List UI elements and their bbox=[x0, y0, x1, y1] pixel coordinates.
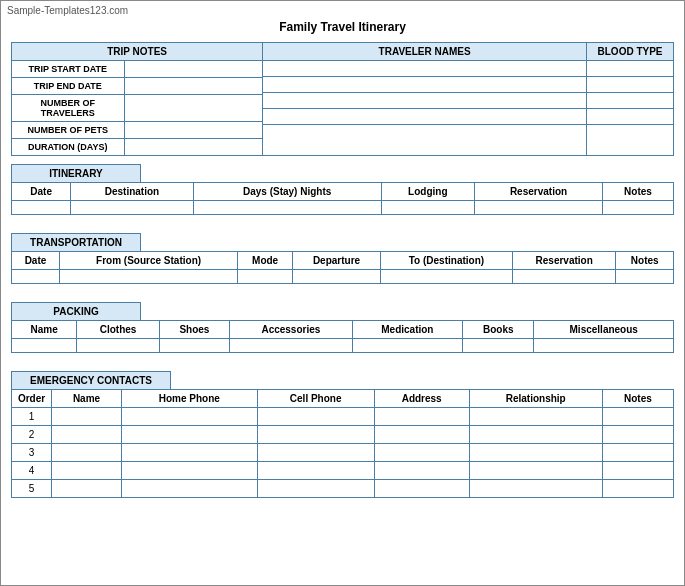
blood-row-4 bbox=[587, 109, 673, 125]
ec-col-cell: Cell Phone bbox=[257, 390, 374, 408]
packing-section: PACKING Name Clothes Shoes Accessories M… bbox=[11, 302, 674, 353]
pack-cell bbox=[159, 339, 229, 353]
trans-cell bbox=[380, 270, 512, 284]
trans-cell bbox=[616, 270, 674, 284]
trans-col-departure: Departure bbox=[293, 252, 381, 270]
traveler-row-5 bbox=[263, 125, 586, 141]
num-travelers-label: NUMBER OF TRAVELERS bbox=[12, 95, 125, 121]
ec-row: 2 bbox=[12, 426, 674, 444]
packing-table: Name Clothes Shoes Accessories Medicatio… bbox=[11, 320, 674, 353]
trans-cell bbox=[12, 270, 60, 284]
ec-cell bbox=[122, 444, 258, 462]
trip-end-label: TRIP END DATE bbox=[12, 78, 125, 94]
ec-cell bbox=[469, 444, 602, 462]
ec-order-cell: 3 bbox=[12, 444, 52, 462]
blood-row-3 bbox=[587, 93, 673, 109]
transportation-section: TRANSPORTATION Date From (Source Station… bbox=[11, 233, 674, 284]
pack-col-accessories: Accessories bbox=[230, 321, 353, 339]
traveler-row-2 bbox=[263, 77, 586, 93]
ec-row: 1 bbox=[12, 408, 674, 426]
itinerary-col-reservation: Reservation bbox=[475, 183, 603, 201]
trans-col-from: From (Source Station) bbox=[59, 252, 237, 270]
trip-info-section: TRIP NOTES TRIP START DATE TRIP END DATE… bbox=[11, 42, 674, 156]
trip-start-value bbox=[125, 61, 263, 77]
ec-cell bbox=[469, 462, 602, 480]
ec-row: 4 bbox=[12, 462, 674, 480]
ec-col-home-phone: Home Phone bbox=[122, 390, 258, 408]
trans-cell bbox=[293, 270, 381, 284]
page-title: Family Travel Itinerary bbox=[11, 20, 674, 34]
ec-cell bbox=[52, 408, 122, 426]
ec-cell bbox=[257, 408, 374, 426]
ec-cell bbox=[52, 462, 122, 480]
blood-type-section: BLOOD TYPE bbox=[587, 43, 673, 155]
pack-col-clothes: Clothes bbox=[77, 321, 159, 339]
pack-col-books: Books bbox=[463, 321, 534, 339]
itinerary-col-date: Date bbox=[12, 183, 71, 201]
ec-cell bbox=[602, 444, 673, 462]
ec-cell bbox=[122, 462, 258, 480]
traveler-section: TRAVELER NAMES bbox=[263, 43, 587, 155]
packing-row bbox=[12, 339, 674, 353]
ec-cell bbox=[374, 408, 469, 426]
trip-row-2: NUMBER OF TRAVELERS bbox=[12, 95, 262, 122]
emergency-contacts-section: EMERGENCY CONTACTS Order Name Home Phone… bbox=[11, 371, 674, 498]
blood-type-header: BLOOD TYPE bbox=[587, 43, 673, 61]
trip-notes-section: TRIP NOTES TRIP START DATE TRIP END DATE… bbox=[12, 43, 263, 155]
itinerary-cell bbox=[381, 201, 474, 215]
ec-cell bbox=[602, 480, 673, 498]
ec-row: 3 bbox=[12, 444, 674, 462]
ec-cell bbox=[374, 426, 469, 444]
ec-cell bbox=[257, 462, 374, 480]
ec-order-cell: 4 bbox=[12, 462, 52, 480]
transportation-row bbox=[12, 270, 674, 284]
ec-cell bbox=[257, 426, 374, 444]
duration-value bbox=[125, 139, 263, 155]
ec-cell bbox=[122, 408, 258, 426]
itinerary-table: Date Destination Days (Stay) Nights Lodg… bbox=[11, 182, 674, 215]
page: Sample-Templates123.com Family Travel It… bbox=[0, 0, 685, 586]
traveler-row-3 bbox=[263, 93, 586, 109]
ec-col-relationship: Relationship bbox=[469, 390, 602, 408]
itinerary-header: ITINERARY bbox=[11, 164, 141, 182]
trip-end-value bbox=[125, 78, 263, 94]
itinerary-section: ITINERARY Date Destination Days (Stay) N… bbox=[11, 164, 674, 215]
pack-col-misc: Miscellaneous bbox=[534, 321, 674, 339]
itinerary-cell bbox=[602, 201, 673, 215]
traveler-row-1 bbox=[263, 61, 586, 77]
ec-cell bbox=[374, 462, 469, 480]
blood-row-2 bbox=[587, 77, 673, 93]
emergency-contacts-table: Order Name Home Phone Cell Phone Address… bbox=[11, 389, 674, 498]
pack-cell bbox=[352, 339, 462, 353]
itinerary-row bbox=[12, 201, 674, 215]
transportation-header: TRANSPORTATION bbox=[11, 233, 141, 251]
ec-col-address: Address bbox=[374, 390, 469, 408]
trans-col-reservation: Reservation bbox=[512, 252, 616, 270]
ec-cell bbox=[374, 480, 469, 498]
emergency-contacts-header: EMERGENCY CONTACTS bbox=[11, 371, 171, 389]
pack-cell bbox=[463, 339, 534, 353]
ec-cell bbox=[602, 462, 673, 480]
blood-rows bbox=[587, 61, 673, 141]
trans-col-notes: Notes bbox=[616, 252, 674, 270]
itinerary-col-days: Days (Stay) Nights bbox=[193, 183, 381, 201]
ec-cell bbox=[122, 426, 258, 444]
pack-cell bbox=[534, 339, 674, 353]
ec-cell bbox=[52, 444, 122, 462]
ec-cell bbox=[602, 426, 673, 444]
ec-row: 5 bbox=[12, 480, 674, 498]
itinerary-cell bbox=[475, 201, 603, 215]
blood-row-1 bbox=[587, 61, 673, 77]
ec-cell bbox=[374, 444, 469, 462]
itinerary-col-destination: Destination bbox=[71, 183, 193, 201]
trip-row-0: TRIP START DATE bbox=[12, 61, 262, 78]
ec-col-notes: Notes bbox=[602, 390, 673, 408]
trans-cell bbox=[238, 270, 293, 284]
ec-cell bbox=[469, 408, 602, 426]
ec-cell bbox=[122, 480, 258, 498]
ec-cell bbox=[52, 426, 122, 444]
watermark: Sample-Templates123.com bbox=[1, 1, 684, 20]
trip-row-4: DURATION (DAYS) bbox=[12, 139, 262, 155]
ec-order-cell: 2 bbox=[12, 426, 52, 444]
ec-col-name: Name bbox=[52, 390, 122, 408]
